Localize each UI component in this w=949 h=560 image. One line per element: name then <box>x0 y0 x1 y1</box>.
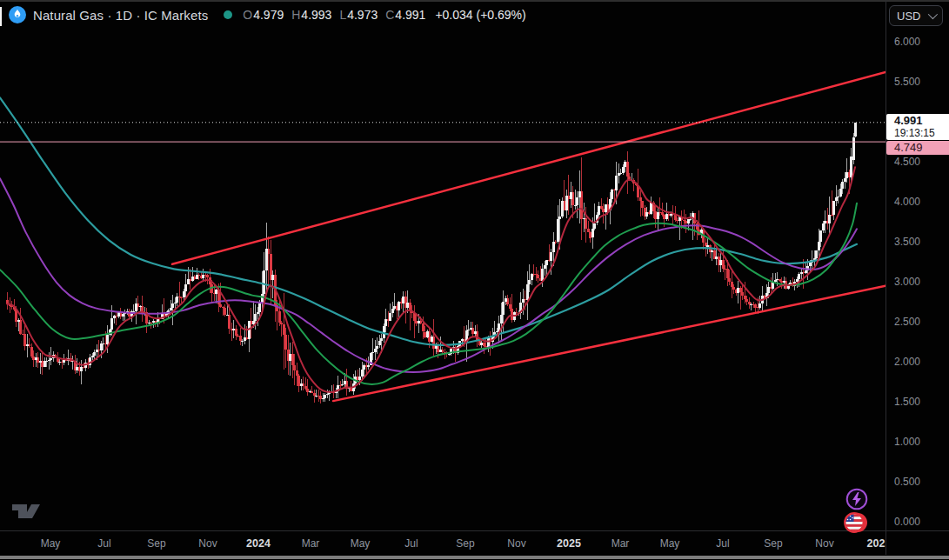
price-tick: 0.500 <box>894 476 920 488</box>
ohlc-values: O4.979 H4.993 L4.973 C4.991 +0.034 (+0.6… <box>243 8 525 22</box>
time-tick: 202 <box>867 537 886 550</box>
secondary-price-label: 4.749 <box>886 141 949 155</box>
price-tick: 3.500 <box>894 236 920 248</box>
time-tick: Nov <box>815 537 833 550</box>
ma-mid[interactable] <box>0 203 857 384</box>
high-label: H <box>291 8 300 22</box>
price-tick: 3.000 <box>894 276 920 288</box>
chart-header: Natural Gas · 1D · IC Markets O4.979 H4.… <box>9 2 526 28</box>
time-tick: Nov <box>507 537 525 550</box>
price-tick: 5.500 <box>894 76 920 88</box>
low-label: L <box>339 8 346 22</box>
high-value: 4.993 <box>301 8 331 22</box>
time-tick: May <box>41 537 61 550</box>
time-tick: 2025 <box>557 537 581 550</box>
boost-button[interactable] <box>845 488 868 510</box>
time-tick: May <box>351 537 371 550</box>
open-value: 4.979 <box>253 8 284 22</box>
price-tick: 2.000 <box>894 356 920 368</box>
tradingview-logo[interactable] <box>10 501 43 523</box>
price-tick: 2.500 <box>894 316 920 328</box>
time-tick: Mar <box>302 537 320 550</box>
low-value: 4.973 <box>347 8 378 22</box>
close-value: 4.991 <box>395 8 425 22</box>
ma-long[interactable] <box>0 97 857 344</box>
time-tick: Jul <box>97 537 110 550</box>
time-tick: 2024 <box>246 537 271 550</box>
time-axis[interactable]: MayJulSepNov2024MarMayJulSepNov2025MarMa… <box>0 530 886 556</box>
chart-window: Natural Gas · 1D · IC Markets O4.979 H4.… <box>0 0 949 560</box>
price-tick: 4.000 <box>894 196 920 208</box>
axis-corner <box>886 530 949 555</box>
time-tick: Jul <box>716 537 729 550</box>
price-chart[interactable] <box>0 0 886 530</box>
time-tick: Sep <box>764 537 782 550</box>
price-tick: 4.500 <box>894 156 920 168</box>
open-label: O <box>243 8 252 22</box>
trendline-upper[interactable] <box>172 72 886 264</box>
time-tick: Nov <box>198 537 217 550</box>
current-price-value: 4.991 <box>894 115 949 127</box>
trendline-lower[interactable] <box>333 286 886 402</box>
bar-countdown: 19:13:15 <box>894 127 949 139</box>
symbol-title[interactable]: Natural Gas · 1D · IC Markets <box>33 8 208 23</box>
current-price-label: 4.991 19:13:15 <box>886 114 949 140</box>
time-tick: May <box>660 537 680 550</box>
time-tick: Jul <box>404 537 418 550</box>
time-tick: Sep <box>456 537 474 550</box>
window-bottom-edge <box>0 556 949 559</box>
price-tick: 6.000 <box>894 36 920 48</box>
time-tick: Mar <box>612 537 630 550</box>
time-tick: Sep <box>147 537 165 550</box>
price-tick: 1.000 <box>894 436 920 448</box>
flag-button[interactable] <box>843 510 867 535</box>
price-tick: 0.000 <box>894 516 920 528</box>
close-label: C <box>385 8 394 22</box>
natural-gas-flame-icon <box>9 6 26 23</box>
secondary-price-value: 4.749 <box>894 142 949 154</box>
market-status-dot <box>224 10 232 19</box>
price-axis[interactable]: 4.991 19:13:15 4.749 6.0005.5004.5004.00… <box>886 0 949 530</box>
change-value: +0.034 (+0.69%) <box>435 8 525 22</box>
price-tick: 1.500 <box>894 396 920 408</box>
